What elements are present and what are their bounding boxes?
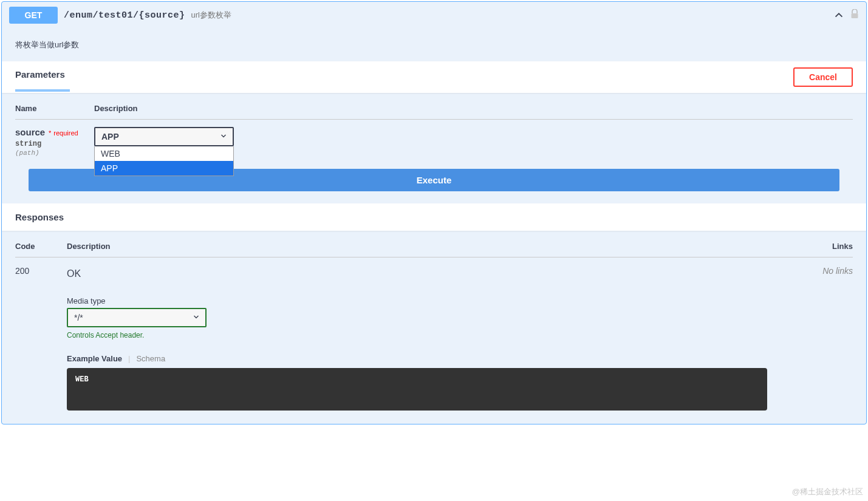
cancel-button[interactable]: Cancel [793, 67, 853, 87]
required-star: * [49, 129, 51, 137]
tab-separator: | [128, 354, 130, 363]
parameter-in: (path) [15, 149, 94, 157]
media-type-select[interactable]: */* [67, 308, 207, 327]
response-row: 200 OK Media type */* Controls Accept he… [15, 257, 853, 411]
accept-header-note: Controls Accept header. [67, 331, 804, 339]
operation-block: GET /enum/test01/{source} url参数枚举 将枚举当做u… [1, 1, 867, 424]
operation-description: 将枚举当做url参数 [2, 29, 866, 61]
required-text: required [53, 129, 78, 137]
parameter-name-cell: source * required string (path) [15, 127, 94, 157]
parameter-type: string [15, 140, 94, 148]
col-code-header: Code [15, 242, 67, 251]
parameters-table-head: Name Description [15, 104, 853, 120]
parameters-section-header: Parameters Cancel [2, 61, 866, 93]
parameter-control-cell: APP WEB APP [94, 127, 853, 157]
source-dropdown-list: WEB APP [94, 146, 234, 176]
http-method-badge: GET [9, 7, 58, 24]
col-resp-description-header: Description [67, 242, 804, 251]
col-links-header: Links [804, 242, 853, 251]
response-links: No links [804, 266, 853, 411]
chevron-up-icon[interactable] [833, 10, 844, 21]
response-description-cell: OK Media type */* Controls Accept header… [67, 266, 804, 411]
source-option-app[interactable]: APP [95, 161, 233, 176]
responses-title: Responses [15, 212, 64, 222]
endpoint-path: /enum/test01/{source} [64, 10, 185, 21]
responses-table-head: Code Description Links [15, 242, 853, 257]
responses-section-header: Responses [2, 203, 866, 231]
lock-icon[interactable] [850, 9, 859, 21]
tab-schema[interactable]: Schema [136, 354, 165, 363]
media-type-label: Media type [67, 296, 804, 305]
response-tabs: Example Value | Schema [67, 354, 804, 363]
responses-table: Code Description Links 200 OK Media type… [2, 231, 866, 424]
parameters-table: Name Description source * required strin… [2, 93, 866, 203]
response-code: 200 [15, 266, 67, 411]
source-option-web[interactable]: WEB [95, 146, 233, 161]
media-type-select-wrap: */* [67, 308, 207, 327]
parameter-row: source * required string (path) APP WEB … [15, 120, 853, 157]
parameter-name: source [15, 127, 45, 137]
svg-rect-0 [852, 13, 858, 18]
tab-example-value[interactable]: Example Value [67, 354, 122, 363]
col-description-header: Description [94, 104, 853, 113]
source-select-wrap: APP WEB APP [94, 127, 234, 146]
parameters-title: Parameters [15, 69, 65, 86]
source-select[interactable]: APP [94, 127, 234, 146]
response-message: OK [67, 268, 804, 279]
example-value-box: WEB [67, 368, 767, 411]
col-name-header: Name [15, 104, 94, 113]
header-right [833, 9, 859, 21]
endpoint-summary: url参数枚举 [191, 10, 231, 21]
operation-header[interactable]: GET /enum/test01/{source} url参数枚举 [2, 2, 866, 29]
